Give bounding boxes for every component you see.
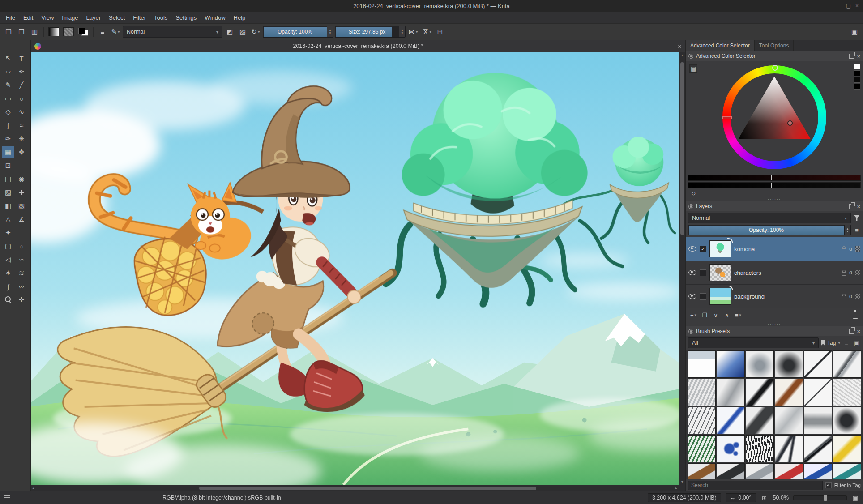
close-docker-icon[interactable]: × bbox=[857, 329, 860, 334]
layers-menu-button[interactable]: ≡ bbox=[853, 226, 861, 234]
color-history-swatch[interactable] bbox=[854, 84, 860, 90]
minimize-button[interactable]: – bbox=[838, 3, 842, 9]
float-docker-icon[interactable] bbox=[849, 54, 854, 59]
tool-freehand-brush[interactable]: ✎ bbox=[2, 79, 14, 91]
layer-opacity-slider[interactable]: Opacity: 100% ▴▾ bbox=[688, 225, 851, 235]
save-button[interactable]: ▥ bbox=[29, 26, 40, 38]
menu-layer[interactable]: Layer bbox=[82, 13, 105, 22]
preset-list-view-button[interactable]: ≡ bbox=[842, 339, 850, 347]
tool-crop[interactable]: ⊡ bbox=[2, 159, 14, 172]
brush-preset-marker-yellow[interactable] bbox=[833, 435, 861, 462]
tab-tool-options[interactable]: Tool Options bbox=[755, 40, 794, 51]
tool-rectangle[interactable]: ▭ bbox=[2, 92, 14, 105]
preset-search-input[interactable] bbox=[688, 481, 823, 490]
tool-zoom[interactable] bbox=[2, 294, 14, 306]
brush-preset-air-dark[interactable] bbox=[775, 350, 803, 378]
brush-preset-texture-gray[interactable] bbox=[833, 379, 861, 406]
layer-inherit-alpha-icon[interactable] bbox=[855, 246, 860, 252]
tool-select-similar[interactable]: ≋ bbox=[15, 267, 28, 279]
pattern-chooser-button[interactable] bbox=[62, 26, 75, 38]
tool-colorize[interactable]: ▧ bbox=[15, 200, 28, 212]
canvas-artwork[interactable] bbox=[31, 52, 679, 485]
tool-polyline[interactable]: ∿ bbox=[15, 106, 28, 118]
tool-select-polygon[interactable]: ◁ bbox=[2, 253, 14, 266]
brush-preset-sketch[interactable] bbox=[746, 435, 774, 462]
brush-preset-marker-red[interactable] bbox=[775, 463, 803, 479]
tool-calligraphy[interactable]: ✒ bbox=[15, 65, 28, 78]
tool-edit-shapes[interactable]: ▱ bbox=[2, 65, 14, 78]
brush-preset-chooser-button[interactable]: ✎▾ bbox=[110, 26, 121, 38]
brush-preset-pen-blue[interactable] bbox=[717, 407, 745, 434]
reload-preset-button[interactable]: ↻▾ bbox=[250, 26, 261, 38]
menu-window[interactable]: Window bbox=[201, 13, 229, 22]
brush-preset-script-ink[interactable] bbox=[775, 435, 803, 462]
close-button[interactable]: × bbox=[855, 3, 859, 9]
tool-select-rect[interactable]: ▢ bbox=[2, 240, 14, 252]
layer-visibility-icon[interactable] bbox=[688, 246, 696, 252]
zoom-slider[interactable] bbox=[793, 495, 847, 500]
menu-edit[interactable]: Edit bbox=[19, 13, 37, 22]
tool-select-contiguous[interactable]: ✶ bbox=[2, 267, 14, 279]
menu-tools[interactable]: Tools bbox=[150, 13, 171, 22]
tool-multibrush[interactable]: ✳ bbox=[15, 132, 28, 145]
scroll-right-icon[interactable]: ▸ bbox=[675, 486, 677, 490]
tool-line[interactable]: ╱ bbox=[15, 79, 28, 91]
tool-select-magnetic[interactable]: ∾ bbox=[15, 280, 28, 293]
brush-preset-shade-blue[interactable] bbox=[717, 350, 745, 378]
layer-filter-button[interactable] bbox=[853, 214, 861, 222]
color-history-swatch[interactable] bbox=[854, 64, 860, 69]
menu-file[interactable]: File bbox=[2, 13, 19, 22]
layer-checkbox[interactable] bbox=[700, 269, 706, 276]
workspace-chooser-button[interactable]: ▣ bbox=[849, 26, 860, 38]
brush-preset-splat-blue[interactable] bbox=[717, 435, 745, 462]
brush-preset-eraser[interactable] bbox=[688, 350, 716, 378]
tool-gradient[interactable]: ▤ bbox=[2, 173, 14, 185]
tool-dynamic-brush[interactable]: ✑ bbox=[2, 132, 14, 145]
filter-in-tag-checkbox[interactable] bbox=[825, 482, 832, 488]
brush-preset-charcoal[interactable] bbox=[746, 407, 774, 434]
brush-preset-marker-gray[interactable] bbox=[804, 407, 832, 434]
tool-assistants[interactable]: △ bbox=[2, 213, 14, 226]
brush-preset-scratch[interactable] bbox=[688, 407, 716, 434]
tool-select-ellipse[interactable]: ◌ bbox=[15, 240, 28, 252]
brush-preset-line-thin[interactable] bbox=[804, 379, 832, 406]
opacity-slider[interactable]: Opacity: 100% ▴▾ bbox=[263, 26, 333, 38]
opacity-spinner[interactable]: ▴▾ bbox=[327, 26, 333, 37]
brush-preset-chalk-green[interactable] bbox=[688, 435, 716, 462]
tool-spacer-2[interactable] bbox=[15, 226, 28, 239]
float-docker-icon[interactable] bbox=[849, 204, 854, 209]
menu-view[interactable]: View bbox=[37, 13, 58, 22]
eraser-toggle-button[interactable]: ◩ bbox=[224, 26, 235, 38]
menu-help[interactable]: Help bbox=[230, 13, 250, 22]
layer-checkbox[interactable] bbox=[700, 246, 706, 252]
mirror-vertical-button[interactable]: ⋈▾ bbox=[421, 26, 433, 38]
tool-move[interactable]: ✥ bbox=[15, 146, 28, 158]
layer-row-komona[interactable]: komona α bbox=[686, 237, 863, 261]
layer-row-background[interactable]: background α bbox=[686, 285, 863, 308]
scroll-up-icon[interactable]: ▴ bbox=[681, 53, 683, 57]
tool-pattern[interactable]: ▨ bbox=[2, 186, 14, 199]
tool-text[interactable]: T bbox=[15, 52, 28, 64]
brush-preset-brush-black[interactable] bbox=[717, 463, 745, 479]
brush-editor-button[interactable]: ≡ bbox=[97, 26, 108, 38]
fg-bg-color-button[interactable] bbox=[77, 26, 90, 38]
vertical-scrollbar-thumb[interactable] bbox=[680, 62, 684, 235]
menu-select[interactable]: Select bbox=[105, 13, 129, 22]
layer-row-characters[interactable]: characters α bbox=[686, 261, 863, 285]
tool-fill[interactable]: ◧ bbox=[2, 200, 14, 212]
layer-inherit-alpha-icon[interactable] bbox=[855, 294, 860, 299]
docker-splitter[interactable]: ······ bbox=[686, 322, 863, 326]
document-tab-label[interactable]: 2016-02-24_vertical-cover_remake.kra (20… bbox=[31, 43, 685, 49]
wrap-around-button[interactable]: ⊞ bbox=[434, 26, 446, 38]
hue-marker[interactable] bbox=[722, 116, 732, 119]
layer-visibility-icon[interactable] bbox=[688, 294, 696, 299]
tool-select-bezier[interactable]: ∫ bbox=[2, 280, 14, 293]
size-slider[interactable]: Size: 297.85 px ▴▾ bbox=[335, 26, 406, 38]
tag-icon[interactable] bbox=[821, 340, 825, 346]
brush-preset-pen-teal[interactable] bbox=[833, 463, 861, 479]
duplicate-layer-button[interactable]: ❐ bbox=[700, 310, 709, 320]
brush-preset-blob-dark[interactable] bbox=[833, 407, 861, 434]
layer-alpha-icon[interactable]: α bbox=[849, 269, 852, 276]
preserve-alpha-button[interactable]: ▨ bbox=[237, 26, 248, 38]
blend-mode-select[interactable]: Normal ▾ bbox=[123, 26, 222, 38]
